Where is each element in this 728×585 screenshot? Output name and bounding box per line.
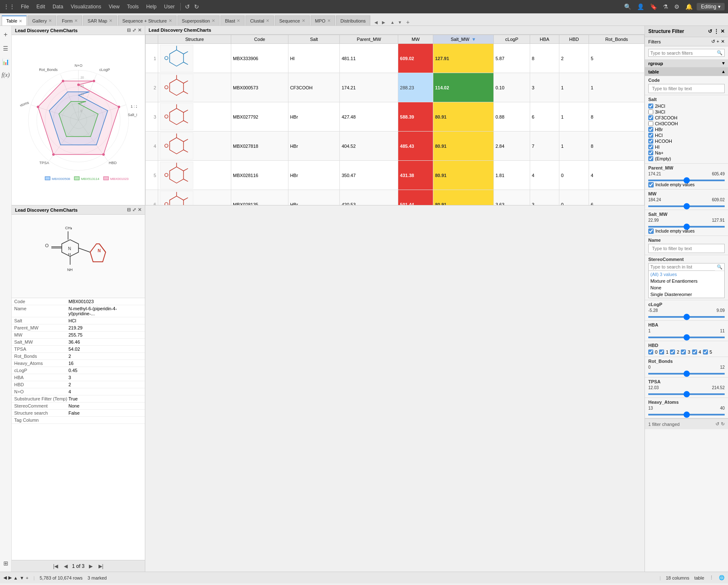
col-salt-mw[interactable]: Salt_MW ▼ bbox=[433, 35, 494, 44]
hbd-checkbox-0[interactable] bbox=[648, 349, 653, 355]
tab-sarmap-close[interactable]: ✕ bbox=[109, 18, 112, 23]
page-next-icon[interactable]: ▶ bbox=[87, 562, 94, 570]
parent-mw-empty-checkbox[interactable] bbox=[648, 182, 654, 187]
status-nav-add-icon[interactable]: + bbox=[26, 575, 28, 580]
col-num[interactable] bbox=[146, 35, 158, 44]
search-icon[interactable]: 🔍 bbox=[622, 3, 633, 11]
filter-code-input[interactable] bbox=[650, 85, 723, 92]
heavy-atoms-slider[interactable] bbox=[648, 414, 725, 415]
undo-icon[interactable]: ↺ bbox=[183, 3, 192, 11]
filter-footer-apply-icon[interactable]: ↻ bbox=[721, 421, 725, 427]
tpsa-slider[interactable] bbox=[648, 393, 725, 395]
tab-nav-left-icon[interactable]: ◀ bbox=[373, 19, 379, 25]
tab-scroll-up-icon[interactable]: ▲ bbox=[389, 19, 396, 25]
hba-slider[interactable] bbox=[648, 337, 725, 338]
dots-menu-icon[interactable]: ⋮⋮ bbox=[3, 3, 15, 10]
tab-blast-close[interactable]: ✕ bbox=[237, 18, 240, 23]
status-nav-down-icon[interactable]: ▼ bbox=[20, 575, 24, 580]
chart-icon[interactable]: 📊 bbox=[0, 57, 11, 67]
function-icon[interactable]: f(x) bbox=[0, 70, 11, 80]
rot-bonds-slider[interactable] bbox=[648, 373, 725, 375]
tab-table[interactable]: Table ✕ bbox=[2, 15, 27, 25]
filter-group-rgroup[interactable]: rgroup ▾ bbox=[645, 59, 728, 68]
salt-checkbox-Na+[interactable] bbox=[648, 150, 653, 155]
status-network-icon[interactable]: 🌐 bbox=[719, 575, 725, 580]
col-salt[interactable]: Salt bbox=[288, 35, 340, 44]
tab-seq-struct-close[interactable]: ✕ bbox=[169, 18, 172, 23]
tab-superposition-close[interactable]: ✕ bbox=[212, 18, 215, 23]
tab-sequence[interactable]: Sequence ✕ bbox=[275, 15, 310, 25]
salt-checkbox-CF3COOH[interactable] bbox=[648, 115, 653, 120]
add-panel-icon[interactable]: + bbox=[2, 29, 9, 40]
col-clogp[interactable]: cLogP bbox=[493, 35, 530, 44]
tab-mpo[interactable]: MPO ✕ bbox=[311, 15, 335, 25]
menu-edit[interactable]: Edit bbox=[33, 2, 48, 11]
user-icon[interactable]: 👤 bbox=[635, 3, 646, 11]
salt-checkbox-3HCl[interactable] bbox=[648, 109, 653, 114]
tab-table-close[interactable]: ✕ bbox=[19, 19, 22, 23]
tab-form-close[interactable]: ✕ bbox=[74, 18, 78, 23]
hbd-checkbox-1[interactable] bbox=[659, 349, 664, 355]
status-more-icon[interactable]: ⋮ bbox=[709, 575, 714, 580]
tab-clustal[interactable]: Clustal ✕ bbox=[245, 15, 274, 25]
status-nav-up-icon[interactable]: ▲ bbox=[13, 575, 18, 580]
salt-checkbox-HI[interactable] bbox=[648, 144, 653, 149]
filter-footer-reset-icon[interactable]: ↺ bbox=[715, 421, 719, 427]
filter-search-input[interactable] bbox=[650, 51, 716, 56]
tab-gallery-close[interactable]: ✕ bbox=[48, 18, 52, 23]
filter-close-icon[interactable]: ✕ bbox=[720, 28, 725, 34]
filter-menu-icon[interactable]: ⋮ bbox=[714, 28, 719, 34]
radar-close-icon[interactable]: ✕ bbox=[138, 28, 142, 33]
salt-checkbox-(Empty)[interactable] bbox=[648, 156, 653, 161]
tab-sequence-close[interactable]: ✕ bbox=[302, 18, 305, 23]
tab-superposition[interactable]: Superposition ✕ bbox=[177, 15, 220, 25]
menu-tools[interactable]: Tools bbox=[124, 2, 142, 11]
layers-icon[interactable]: ⊞ bbox=[2, 558, 10, 568]
stereo-all-option[interactable]: (All) 3 values bbox=[649, 271, 724, 278]
mw-slider[interactable] bbox=[648, 205, 725, 207]
filter-name-input[interactable] bbox=[650, 245, 723, 252]
editing-chevron-icon[interactable]: ▾ bbox=[718, 4, 720, 10]
col-rot-bonds[interactable]: Rot_Bonds bbox=[589, 35, 645, 44]
settings-icon[interactable]: ⚙ bbox=[672, 3, 681, 11]
salt-checkbox-HCOOH[interactable] bbox=[648, 139, 653, 144]
stereo-none-option[interactable]: None bbox=[649, 284, 724, 291]
menu-user[interactable]: User bbox=[161, 2, 178, 11]
salt-checkbox-CH3COOH[interactable] bbox=[648, 121, 653, 126]
parent-mw-slider[interactable] bbox=[648, 180, 725, 181]
bookmark-icon[interactable]: 🔖 bbox=[648, 3, 659, 11]
tab-scroll-down-icon[interactable]: ▼ bbox=[396, 19, 404, 25]
hbd-checkbox-3[interactable] bbox=[681, 349, 686, 355]
menu-file[interactable]: File bbox=[18, 2, 32, 11]
col-mw[interactable]: MW bbox=[398, 35, 433, 44]
filter-add-icon[interactable]: + bbox=[717, 39, 719, 44]
stereo-single-option[interactable]: Single Diastereomer bbox=[649, 291, 724, 298]
stereo-list-search[interactable] bbox=[649, 263, 715, 271]
tab-blast[interactable]: Blast ✕ bbox=[220, 15, 245, 25]
status-nav-next-icon[interactable]: ▶ bbox=[8, 575, 12, 580]
tab-clustal-close[interactable]: ✕ bbox=[266, 18, 269, 23]
detail-resize-icon[interactable]: ⊟ bbox=[127, 207, 131, 213]
salt-mw-empty-checkbox[interactable] bbox=[648, 228, 654, 234]
radar-resize-icon[interactable]: ⊟ bbox=[127, 28, 131, 33]
radar-expand-icon[interactable]: ⤢ bbox=[132, 28, 136, 33]
page-prev-icon[interactable]: ◀ bbox=[62, 562, 69, 570]
clogp-slider[interactable] bbox=[648, 316, 725, 318]
bell-icon[interactable]: 🔔 bbox=[684, 3, 694, 11]
detail-expand-icon[interactable]: ⤢ bbox=[132, 207, 136, 213]
menu-view[interactable]: View bbox=[106, 2, 123, 11]
tab-mpo-close[interactable]: ✕ bbox=[327, 18, 331, 23]
page-last-icon[interactable]: ▶| bbox=[97, 562, 105, 570]
tab-add-icon[interactable]: + bbox=[404, 19, 412, 25]
filter-reset-icon[interactable]: ↺ bbox=[708, 28, 712, 34]
group-rgroup-chevron-icon[interactable]: ▾ bbox=[722, 61, 725, 66]
menu-visualizations[interactable]: Visualizations bbox=[67, 2, 104, 11]
menu-data[interactable]: Data bbox=[49, 2, 66, 11]
stereo-mixture-option[interactable]: Mixture of Enantiomers bbox=[649, 278, 724, 284]
status-nav-prev-icon[interactable]: ◀ bbox=[3, 575, 7, 580]
col-code[interactable]: Code bbox=[231, 35, 288, 44]
tab-form[interactable]: Form ✕ bbox=[57, 15, 82, 25]
data-table-wrap[interactable]: Structure Code Salt Parent_MW MW Salt_MW… bbox=[145, 35, 645, 205]
col-parent-mw[interactable]: Parent_MW bbox=[340, 35, 398, 44]
menu-help[interactable]: Help bbox=[143, 2, 160, 11]
